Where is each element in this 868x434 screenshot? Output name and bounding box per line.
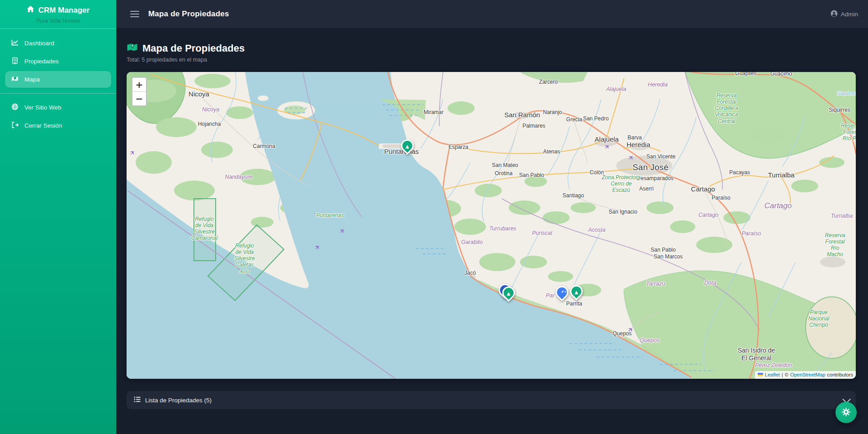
panel-title: Lista de Propiedades (5)	[145, 397, 212, 404]
sidebar-item-label: Propiedades	[24, 58, 59, 65]
chart-line-icon	[11, 39, 19, 48]
sidebar-item-ver-sitio-web[interactable]: Ver Sitio Web	[5, 99, 111, 116]
sidebar-item-cerrar-sesion[interactable]: Cerrar Sesión	[5, 117, 111, 134]
sidebar-item-label: Cerrar Sesión	[24, 122, 62, 129]
topbar-title: Mapa de Propiedades	[148, 10, 229, 19]
properties-list-panel[interactable]: Lista de Propiedades (5)	[127, 391, 856, 409]
attribution-separator: |	[782, 372, 783, 377]
leaflet-link[interactable]: Leaflet	[765, 372, 780, 377]
sidebar-item-label: Dashboard	[24, 40, 54, 47]
user-circle-icon	[830, 10, 838, 19]
app-title: CRM Manager	[38, 6, 90, 15]
sidebar-divider	[0, 93, 116, 94]
map-marked-icon	[11, 75, 19, 84]
attribution-suffix: contributors	[827, 372, 853, 377]
main-content: Mapa de Propiedades Total: 5 propiedades…	[116, 28, 868, 434]
sidebar-item-label: Ver Sitio Web	[24, 104, 61, 111]
gear-icon	[841, 407, 851, 418]
map-marker-layer: ▲▲▲	[127, 72, 856, 379]
hamburger-menu-icon[interactable]	[130, 11, 139, 17]
list-icon	[134, 396, 141, 405]
globe-icon	[11, 103, 19, 112]
topbar: Mapa de Propiedades Admin	[116, 0, 868, 28]
sidebar: CRM Manager Pura Vida Homes Dashboard Pr…	[0, 0, 116, 434]
sidebar-item-label: Mapa	[24, 76, 40, 83]
map-attribution: Leaflet | © OpenStreetMap contributors	[755, 371, 856, 379]
building-icon	[11, 57, 19, 66]
attribution-copyright: ©	[785, 372, 788, 377]
osm-link[interactable]: OpenStreetMap	[790, 372, 826, 377]
zoom-out-button[interactable]: −	[132, 92, 146, 105]
user-name: Admin	[841, 11, 858, 18]
property-marker-green[interactable]: ▲	[567, 282, 585, 300]
logout-icon	[11, 121, 19, 130]
sidebar-item-propiedades[interactable]: Propiedades	[5, 53, 111, 70]
properties-map[interactable]: NicoyaHojanchaCarmonaPuntarenasMiramarEs…	[127, 72, 856, 379]
home-icon	[27, 5, 34, 15]
settings-fab-button[interactable]	[835, 402, 857, 423]
map-zoom-control: + −	[132, 77, 147, 106]
sidebar-header: CRM Manager Pura Vida Homes	[0, 0, 116, 29]
user-menu[interactable]: Admin	[830, 10, 858, 19]
sidebar-nav: Dashboard Propiedades Mapa Ver Sitio Web	[0, 29, 116, 135]
page-title: Mapa de Propiedades	[142, 43, 245, 54]
property-marker-blue[interactable]	[553, 283, 571, 301]
map-marked-green-icon	[127, 42, 138, 55]
content-column: Mapa de Propiedades Admin Mapa de Propie…	[116, 0, 868, 434]
property-marker-green[interactable]: ▲	[398, 137, 416, 155]
sidebar-item-dashboard[interactable]: Dashboard	[5, 35, 111, 52]
page-subtitle: Total: 5 propiedades en el mapa	[127, 57, 856, 63]
leaflet-flag-icon	[758, 373, 763, 377]
app-window: CRM Manager Pura Vida Homes Dashboard Pr…	[0, 0, 868, 434]
app-subtitle: Pura Vida Homes	[5, 18, 112, 24]
sidebar-item-mapa[interactable]: Mapa	[5, 71, 111, 88]
zoom-in-button[interactable]: +	[132, 78, 146, 92]
